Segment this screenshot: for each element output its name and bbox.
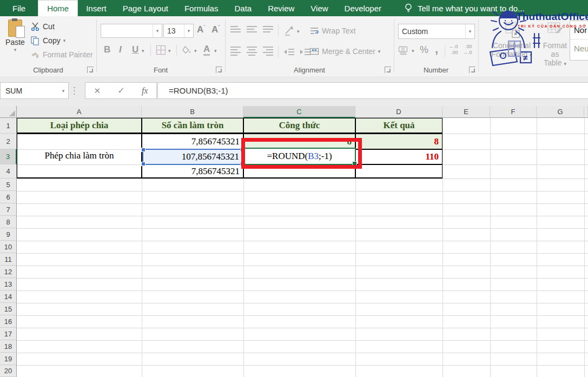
insert-function-button[interactable]: fx — [142, 86, 148, 96]
font-name-dropdown-arrow[interactable]: ▾ — [153, 24, 162, 37]
cell-style-neutral[interactable]: Neu — [570, 39, 588, 57]
cell-a1[interactable]: Loại phép chia — [17, 118, 142, 134]
cell-b4[interactable]: 7,856745321 — [142, 164, 243, 178]
row-header-6[interactable]: 6 — [0, 191, 17, 203]
fill-color-icon[interactable] — [182, 45, 193, 55]
column-header-f[interactable]: F — [490, 106, 537, 118]
row-header-19[interactable]: 19 — [0, 353, 17, 365]
paste-dropdown-arrow[interactable]: ▾ — [14, 48, 17, 52]
font-color-button[interactable]: A — [203, 44, 210, 56]
cell-c1[interactable]: Công thức — [243, 118, 355, 134]
orientation-dropdown-arrow[interactable]: ▾ — [297, 29, 300, 34]
borders-icon[interactable] — [156, 45, 166, 55]
decrease-decimal-button[interactable]: .00→.0 — [463, 44, 472, 56]
underline-dropdown-arrow[interactable]: ▾ — [142, 49, 144, 54]
accounting-dropdown-arrow[interactable]: ▾ — [412, 49, 414, 54]
row-header-2[interactable]: 2 — [0, 134, 17, 149]
row-header-3[interactable]: 3 — [0, 149, 17, 164]
cell-d4[interactable] — [355, 164, 442, 178]
row-header-8[interactable]: 8 — [0, 216, 17, 228]
cell-a2-a4-merged[interactable]: Phép chia làm tròn — [17, 134, 142, 178]
cancel-button[interactable]: ✕ — [94, 86, 101, 96]
align-top-button[interactable] — [230, 26, 241, 32]
name-box-dropdown-arrow[interactable]: ▾ — [58, 88, 68, 94]
font-size-dropdown-arrow[interactable]: ▾ — [184, 24, 193, 37]
cell-d1[interactable]: Kết quả — [355, 118, 442, 134]
cell-b1[interactable]: Số cần làm tròn — [142, 118, 243, 134]
cell-b3-reference-selection[interactable]: 107,856745321 — [142, 149, 243, 165]
grow-font-button[interactable]: Aˆ — [197, 24, 205, 35]
row-header-4[interactable]: 4 — [0, 164, 17, 178]
merge-center-button[interactable]: Merge & Center ▾ — [309, 45, 380, 57]
row-header-10[interactable]: 10 — [0, 241, 17, 253]
tab-file[interactable]: File — [0, 0, 38, 16]
font-color-dropdown-arrow[interactable]: ▾ — [214, 49, 217, 54]
comma-button[interactable]: , — [435, 42, 438, 56]
tab-insert[interactable]: Insert — [78, 0, 115, 16]
increase-decimal-button[interactable]: ←.0.00 — [449, 44, 458, 56]
fill-color-dropdown-arrow[interactable]: ▾ — [194, 49, 197, 54]
cell-d2[interactable]: 8 — [355, 134, 442, 149]
column-header-e[interactable]: E — [442, 106, 490, 118]
tab-view[interactable]: View — [302, 0, 336, 16]
conditional-formatting-button[interactable]: ≠ Conditional Formatting ▾ — [484, 21, 540, 58]
format-painter-button[interactable]: Format Painter — [30, 49, 93, 61]
tab-review[interactable]: Review — [260, 0, 302, 16]
row-header-17[interactable]: 17 — [0, 328, 17, 340]
row-header-1[interactable]: 1 — [0, 118, 17, 134]
cell-b2[interactable]: 7,856745321 — [142, 134, 243, 149]
font-size-combo[interactable]: 13▾ — [163, 24, 194, 38]
tab-developer[interactable]: Developer — [336, 0, 389, 16]
tab-formulas[interactable]: Formulas — [176, 0, 227, 16]
row-header-15[interactable]: 15 — [0, 303, 17, 315]
number-format-dropdown-arrow[interactable]: ▾ — [465, 24, 474, 38]
cell-style-normal[interactable]: Nor — [570, 21, 588, 39]
row-header-13[interactable]: 13 — [0, 278, 17, 290]
decrease-indent-icon[interactable] — [282, 47, 295, 57]
number-dialog-launcher[interactable] — [469, 67, 475, 73]
align-bottom-button[interactable] — [263, 26, 273, 32]
enter-button[interactable]: ✓ — [117, 85, 124, 96]
row-header-9[interactable]: 9 — [0, 228, 17, 241]
copy-button[interactable]: Copy ▾ — [30, 35, 65, 47]
number-format-combo[interactable]: Custom ▾ — [398, 24, 475, 39]
select-all-corner[interactable] — [0, 106, 17, 118]
row-header-14[interactable]: 14 — [0, 290, 17, 303]
wrap-text-button[interactable]: Wrap Text — [309, 25, 356, 37]
copy-dropdown-arrow[interactable]: ▾ — [63, 38, 66, 43]
tab-data[interactable]: Data — [226, 0, 260, 16]
borders-dropdown-arrow[interactable]: ▾ — [168, 49, 171, 54]
bold-button[interactable]: B — [104, 44, 110, 55]
font-dialog-launcher[interactable] — [216, 67, 222, 73]
row-header-12[interactable]: 12 — [0, 266, 17, 278]
row-header-20[interactable]: 20 — [0, 365, 17, 377]
formula-input[interactable]: =ROUND(B3;-1) — [157, 82, 588, 99]
italic-button[interactable]: I — [119, 44, 122, 55]
column-header-a[interactable]: A — [17, 106, 142, 118]
b3-handle-bottom-left[interactable] — [141, 162, 146, 166]
align-middle-button[interactable] — [247, 26, 257, 32]
row-header-18[interactable]: 18 — [0, 340, 17, 353]
row-header-7[interactable]: 7 — [0, 203, 17, 216]
font-name-combo[interactable]: ▾ — [101, 24, 162, 38]
accounting-format-icon[interactable] — [398, 45, 410, 55]
align-right-button[interactable] — [263, 47, 273, 56]
name-box[interactable]: SUM ▾ — [0, 82, 69, 99]
shrink-font-button[interactable]: Aˇ — [212, 24, 220, 35]
cut-button[interactable]: Cut — [30, 21, 55, 32]
column-header-g[interactable]: G — [537, 106, 584, 118]
row-header-11[interactable]: 11 — [0, 253, 17, 266]
clipboard-dialog-launcher[interactable] — [87, 67, 94, 73]
orientation-icon[interactable] — [283, 25, 295, 36]
tab-home[interactable]: Home — [38, 0, 78, 16]
b3-handle-top-left[interactable] — [141, 148, 146, 152]
row-header-5[interactable]: 5 — [0, 178, 17, 191]
column-header-c[interactable]: C — [243, 106, 355, 118]
column-header-d[interactable]: D — [355, 106, 442, 118]
column-header-b[interactable]: B — [142, 106, 243, 118]
merge-center-dropdown-arrow[interactable]: ▾ — [378, 49, 381, 54]
tell-me-box[interactable]: Tell me what you want to do... — [404, 0, 525, 16]
alignment-dialog-launcher[interactable] — [385, 67, 391, 73]
tab-page-layout[interactable]: Page Layout — [115, 0, 176, 16]
row-header-16[interactable]: 16 — [0, 315, 17, 328]
